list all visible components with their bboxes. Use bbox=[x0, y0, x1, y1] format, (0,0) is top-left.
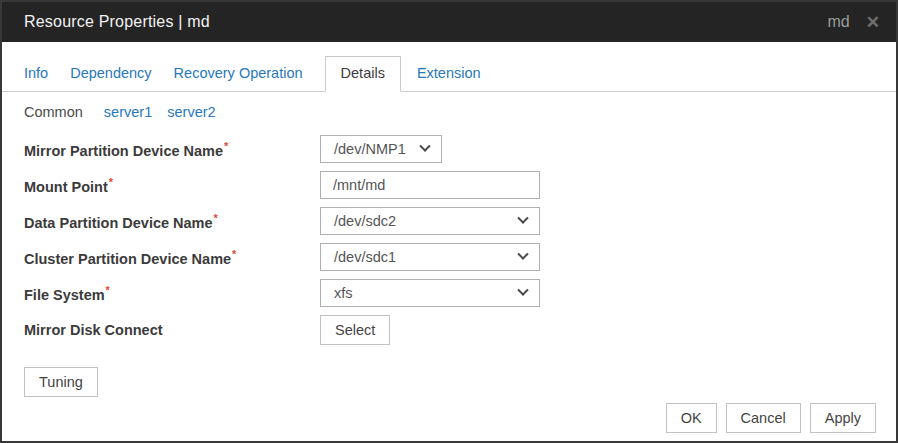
required-marker: * bbox=[109, 176, 113, 188]
cluster-partition-select[interactable]: /dev/sdc1 bbox=[320, 243, 540, 271]
tab-dependency[interactable]: Dependency bbox=[70, 57, 151, 91]
subnav-server2[interactable]: server2 bbox=[167, 104, 215, 120]
form-row-mount-point: Mount Point* bbox=[24, 171, 874, 199]
server-subnav: Common server1 server2 bbox=[2, 92, 896, 133]
label-text: Mirror Partition Device Name bbox=[24, 142, 223, 158]
form-row-mirror-partition: Mirror Partition Device Name* /dev/NMP1 bbox=[24, 135, 874, 163]
titlebar-resource-label: md bbox=[828, 13, 850, 31]
tuning-button[interactable]: Tuning bbox=[24, 367, 98, 397]
required-marker: * bbox=[106, 284, 110, 296]
cluster-partition-value: /dev/sdc1 bbox=[334, 249, 511, 265]
chevron-down-icon bbox=[517, 249, 528, 260]
tab-details[interactable]: Details bbox=[325, 56, 401, 92]
mirror-partition-select[interactable]: /dev/NMP1 bbox=[320, 135, 442, 163]
label-text: File System bbox=[24, 286, 105, 302]
chevron-down-icon bbox=[517, 213, 528, 224]
mirror-disk-connect-select-button[interactable]: Select bbox=[320, 315, 390, 345]
tab-bar: Info Dependency Recovery Operation Detai… bbox=[2, 56, 896, 92]
cluster-partition-label: Cluster Partition Device Name* bbox=[24, 248, 320, 267]
required-marker: * bbox=[224, 140, 228, 152]
resource-properties-dialog: Resource Properties | md md ✕ Info Depen… bbox=[0, 0, 898, 443]
ok-button[interactable]: OK bbox=[666, 403, 717, 433]
label-text: Cluster Partition Device Name bbox=[24, 250, 231, 266]
tab-extension[interactable]: Extension bbox=[417, 57, 481, 91]
form-row-mirror-disk-connect: Mirror Disk Connect Select bbox=[24, 315, 874, 345]
tuning-row: Tuning bbox=[2, 353, 896, 397]
dialog-title: Resource Properties | md bbox=[24, 13, 828, 31]
mount-point-input[interactable] bbox=[320, 171, 540, 199]
file-system-label: File System* bbox=[24, 284, 320, 303]
mount-point-label: Mount Point* bbox=[24, 176, 320, 195]
tab-recovery-operation[interactable]: Recovery Operation bbox=[174, 57, 303, 91]
close-icon[interactable]: ✕ bbox=[866, 14, 880, 31]
mirror-disk-connect-label: Mirror Disk Connect bbox=[24, 322, 320, 338]
form-row-file-system: File System* xfs bbox=[24, 279, 874, 307]
file-system-select[interactable]: xfs bbox=[320, 279, 540, 307]
apply-button[interactable]: Apply bbox=[810, 403, 876, 433]
chevron-down-icon bbox=[517, 285, 528, 296]
tab-info[interactable]: Info bbox=[24, 57, 48, 91]
form-row-cluster-partition: Cluster Partition Device Name* /dev/sdc1 bbox=[24, 243, 874, 271]
subnav-common[interactable]: Common bbox=[24, 104, 83, 120]
details-form: Mirror Partition Device Name* /dev/NMP1 … bbox=[2, 133, 896, 345]
required-marker: * bbox=[232, 248, 236, 260]
data-partition-value: /dev/sdc2 bbox=[334, 213, 511, 229]
mirror-partition-label: Mirror Partition Device Name* bbox=[24, 140, 320, 159]
subnav-server1[interactable]: server1 bbox=[104, 104, 152, 120]
form-row-data-partition: Data Partition Device Name* /dev/sdc2 bbox=[24, 207, 874, 235]
label-text: Data Partition Device Name bbox=[24, 214, 213, 230]
cancel-button[interactable]: Cancel bbox=[726, 403, 801, 433]
data-partition-label: Data Partition Device Name* bbox=[24, 212, 320, 231]
label-text: Mount Point bbox=[24, 178, 108, 194]
required-marker: * bbox=[214, 212, 218, 224]
mirror-partition-value: /dev/NMP1 bbox=[334, 141, 413, 157]
dialog-titlebar: Resource Properties | md md ✕ bbox=[2, 2, 896, 42]
file-system-value: xfs bbox=[334, 285, 511, 301]
chevron-down-icon bbox=[419, 141, 430, 152]
dialog-footer: OK Cancel Apply bbox=[666, 403, 876, 433]
label-text: Mirror Disk Connect bbox=[24, 322, 163, 338]
data-partition-select[interactable]: /dev/sdc2 bbox=[320, 207, 540, 235]
